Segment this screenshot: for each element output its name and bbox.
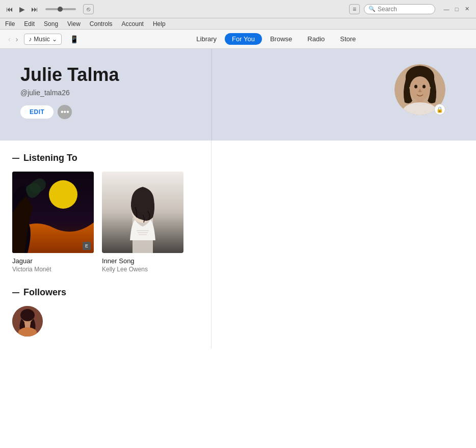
menu-song[interactable]: Song [43,20,59,27]
source-label: Music [34,36,49,43]
album-title-inner-song: Inner Song [102,257,183,265]
svg-point-4 [414,85,417,89]
svg-rect-13 [137,230,149,231]
explicit-badge: E [83,242,91,250]
menu-view[interactable]: View [66,20,82,27]
svg-point-18 [20,309,35,321]
more-dots-icon: ••• [61,107,69,117]
listening-to-title: Listening To [12,153,199,163]
music-note-icon: ♪ [29,36,32,43]
minimize-button[interactable]: — [442,5,451,13]
content-area: Julie Talma @julie_talma26 EDIT ••• [0,49,476,448]
follower-avatar-1[interactable] [12,306,43,337]
more-options-button[interactable]: ••• [58,105,72,119]
svg-point-9 [49,180,77,209]
avatar-container: 🔒 [394,64,445,115]
rewind-button[interactable]: ⏮ [4,4,15,14]
nav-tabs: Library For You Browse Radio Store [189,33,363,45]
back-button[interactable]: ‹ [6,34,13,44]
forward-button[interactable]: › [14,34,20,44]
inner-song-svg [102,172,183,253]
search-box: 🔍 [364,4,435,14]
profile-actions: EDIT ••• [20,105,456,119]
window-controls: — □ ✕ [442,5,471,13]
airplay-button[interactable]: ⎋ [83,4,94,14]
source-selector[interactable]: ♪ Music ⌄ [24,34,61,45]
profile-name: Julie Talma [20,64,456,86]
menu-edit[interactable]: Edit [23,20,36,27]
content-left: Listening To [0,141,211,349]
album-card-inner-song[interactable]: Inner Song Kelly Lee Owens [102,172,183,273]
listening-to-section: Listening To [12,153,199,273]
jaguar-svg [12,172,94,253]
svg-point-5 [422,85,426,89]
fastforward-button[interactable]: ⏭ [29,4,40,14]
menu-controls[interactable]: Controls [89,20,114,27]
menu-account[interactable]: Account [121,20,145,27]
source-chevron-icon: ⌄ [52,36,57,43]
tab-library[interactable]: Library [189,33,224,45]
album-cover-inner-song [102,172,183,253]
album-artist-inner-song: Kelly Lee Owens [102,266,183,273]
followers-section: Followers [12,287,199,337]
album-card-jaguar[interactable]: E Jaguar Victoria Monét [12,172,94,273]
volume-thumb [58,7,63,12]
follower-list [12,306,199,337]
album-cover-jaguar: E [12,172,94,253]
tab-for-you[interactable]: For You [225,33,262,45]
transport-controls: ⏮ ▶ ⏭ [4,4,40,14]
profile-header: Julie Talma @julie_talma26 EDIT ••• [0,49,476,141]
volume-slider[interactable] [45,8,76,10]
edit-button[interactable]: EDIT [20,105,54,119]
svg-rect-15 [139,234,147,235]
profile-divider [211,49,212,141]
content-body: Listening To [0,141,476,349]
svg-rect-14 [138,232,148,233]
search-input[interactable] [378,6,431,13]
lock-icon: 🔒 [436,106,443,113]
title-bar: ⏮ ▶ ⏭ ⎋ ≡ 🔍 — □ ✕ [0,0,476,18]
main-area: Julie Talma @julie_talma26 EDIT ••• [0,49,476,448]
lock-badge: 🔒 [434,104,445,115]
tab-browse[interactable]: Browse [263,33,299,45]
followers-title: Followers [12,287,199,298]
albums-grid: E Jaguar Victoria Monét [12,172,199,273]
menu-file[interactable]: File [4,20,16,27]
content-right [211,141,476,349]
close-button[interactable]: ✕ [463,5,471,13]
profile-handle: @julie_talma26 [20,89,456,97]
menu-bar: File Edit Song View Controls Account Hel… [0,18,476,30]
list-view-button[interactable]: ≡ [349,4,360,14]
tab-store[interactable]: Store [333,33,363,45]
toolbar: ‹ › ♪ Music ⌄ 📱 Library For You Browse R… [0,30,476,49]
device-icon: 📱 [70,35,78,43]
search-icon: 🔍 [368,6,376,12]
jaguar-artwork [12,172,94,253]
menu-help[interactable]: Help [152,20,167,27]
album-artist-jaguar: Victoria Monét [12,266,94,273]
maximize-button[interactable]: □ [453,5,461,13]
follower-avatar-svg [12,306,43,337]
nav-arrows: ‹ › [6,34,20,44]
tab-radio[interactable]: Radio [300,33,332,45]
play-button[interactable]: ▶ [17,4,27,14]
album-title-jaguar: Jaguar [12,257,94,265]
